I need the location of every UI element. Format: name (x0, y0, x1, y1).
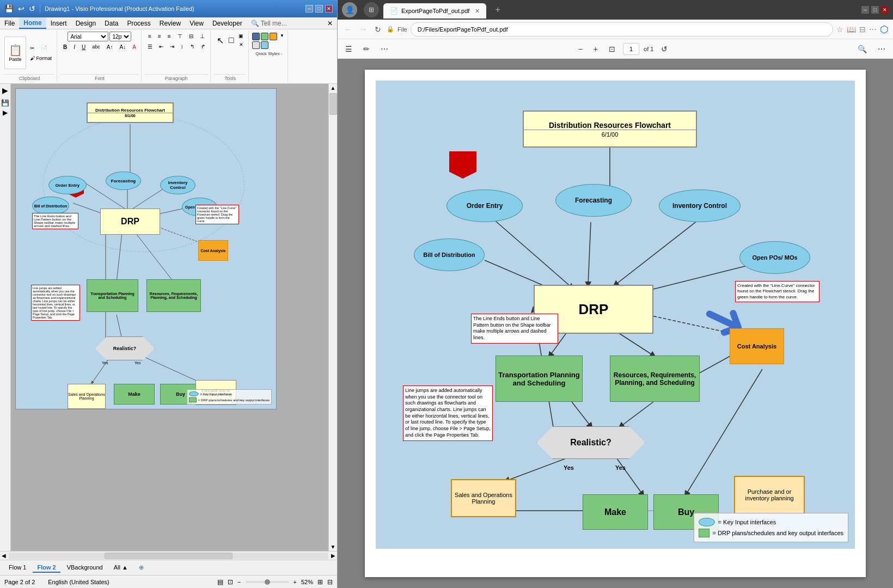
scroll-up-btn[interactable]: ▲ (329, 84, 337, 92)
line-color-button[interactable]: ✕ (236, 40, 246, 49)
refresh-button[interactable]: ↻ (372, 24, 383, 35)
menu-data[interactable]: Data (100, 17, 123, 29)
text-increase-button[interactable]: A↑ (104, 42, 116, 52)
browser-close-btn[interactable]: ✕ (881, 6, 889, 14)
line-spacing-button[interactable]: ↕ (178, 42, 186, 51)
new-tab-button[interactable]: + (491, 5, 504, 15)
zoom-out-btn[interactable]: − (237, 579, 241, 585)
font-color-button[interactable]: A (130, 42, 139, 52)
menu-tell-me[interactable]: 🔍 Tell me... (247, 17, 291, 29)
paste-button[interactable]: 📋 Paste (4, 36, 26, 69)
zoom-slider[interactable] (265, 579, 270, 585)
browser-minimize-btn[interactable]: ─ (861, 6, 869, 14)
menu-review[interactable]: Review (155, 17, 185, 29)
align-center-button[interactable]: ≡ (155, 32, 164, 41)
star-icon[interactable]: ☆ (836, 25, 843, 34)
address-input[interactable] (411, 22, 833, 36)
tab-flow2[interactable]: Flow 2 (33, 563, 60, 573)
visio-minimize-btn[interactable]: ─ (305, 5, 313, 13)
align-right-button[interactable]: ≡ (165, 32, 174, 41)
font-selector[interactable]: Arial (68, 32, 108, 41)
menu-close[interactable]: ✕ (323, 17, 337, 29)
pdf-fit-btn[interactable]: ⊡ (605, 44, 619, 54)
pdf-rotate-btn[interactable]: ↺ (658, 44, 671, 54)
pdf-sidebar-toggle[interactable]: ☰ (342, 44, 356, 54)
align-top-button[interactable]: ⊤ (175, 32, 185, 41)
visio-restore-btn[interactable]: □ (315, 5, 323, 13)
sidebar-arrow-icon[interactable]: ▶ (3, 109, 8, 117)
visio-drawing[interactable]: Distribution Resources Flowchart 6/1/00 … (15, 88, 277, 409)
scroll-down-btn[interactable]: ▼ (329, 543, 337, 551)
menu-file[interactable]: File (0, 17, 19, 29)
align-left-button[interactable]: ≡ (145, 32, 154, 41)
pdf-draw-toggle[interactable]: ✏ (360, 44, 373, 54)
shape-fill-button[interactable]: ▣ (236, 32, 246, 40)
pdf-tab-close[interactable]: ✕ (475, 8, 480, 15)
text-decrease-button[interactable]: A↓ (117, 42, 129, 52)
fit-page-icon[interactable]: ⊡ (228, 578, 233, 586)
zoom-in-btn[interactable]: + (293, 579, 297, 585)
menu-developer[interactable]: Developer (208, 17, 247, 29)
profile-avatar[interactable]: 👤 (342, 2, 357, 17)
indent-more-button[interactable]: ⇥ (167, 42, 177, 51)
sidebar-expand[interactable]: ▶ (2, 86, 8, 95)
rtl-button[interactable]: ↰ (187, 42, 197, 51)
browser-restore-btn[interactable]: □ (871, 6, 879, 14)
menu-design[interactable]: Design (71, 17, 100, 29)
visio-undo-icon[interactable]: ↩ (18, 4, 25, 13)
sidebar-save-icon[interactable]: 💾 (1, 99, 9, 107)
forward-button[interactable]: → (357, 24, 369, 35)
ltr-button[interactable]: ↱ (198, 42, 208, 51)
scroll-left-btn[interactable]: ◀ (0, 553, 8, 559)
edge-icon[interactable]: ⬡ (880, 23, 889, 35)
format-painter-button[interactable]: 🖌 Format (27, 54, 54, 63)
pdf-zoom-in[interactable]: + (590, 44, 601, 54)
italic-button[interactable]: I (71, 42, 78, 52)
strikethrough-button[interactable]: abc (89, 42, 103, 52)
pdf-search-btn[interactable]: 🔍 (854, 44, 870, 54)
visio-scroll-h[interactable]: ◀ ▶ (0, 551, 337, 560)
align-bottom-button[interactable]: ⊥ (197, 32, 207, 41)
tab-flow1[interactable]: Flow 1 (4, 563, 30, 573)
back-button[interactable]: ← (342, 24, 354, 35)
fit-height-icon[interactable]: ⊟ (327, 578, 333, 586)
visio-save-icon[interactable]: 💾 (4, 4, 14, 13)
scroll-right-btn[interactable]: ▶ (329, 553, 337, 559)
indent-less-button[interactable]: ⇤ (156, 42, 166, 51)
underline-button[interactable]: U (79, 42, 88, 52)
visio-redo-icon[interactable]: ↺ (29, 4, 35, 13)
visio-close-btn[interactable]: ✕ (325, 5, 333, 13)
pointer-tool[interactable]: ↖ (214, 34, 227, 47)
scroll-thumb-h[interactable] (105, 553, 233, 559)
bullets-button[interactable]: ☰ (145, 42, 155, 51)
visio-scroll-v[interactable]: ▲ ▼ (328, 84, 337, 551)
tab-vbackground[interactable]: VBackground (63, 563, 107, 573)
scroll-thumb-v[interactable] (329, 93, 337, 115)
collections-icon[interactable]: ⊞ (364, 2, 379, 17)
menu-home[interactable]: Home (19, 17, 46, 29)
menu-view[interactable]: View (185, 17, 208, 29)
fit-width-icon[interactable]: ⊞ (317, 578, 323, 586)
copy-button[interactable]: 📄 (38, 44, 50, 53)
menu-insert[interactable]: Insert (46, 17, 71, 29)
visio-drawing-canvas[interactable]: Distribution Resources Flowchart 6/1/00 … (11, 84, 328, 551)
styles-expand[interactable]: ▼ (278, 33, 286, 40)
reader-view-icon[interactable]: 📖 (847, 25, 856, 34)
browser-tab-pdf[interactable]: 📄 ExportPageToPdf_out.pdf ✕ (383, 3, 486, 19)
bold-button[interactable]: B (60, 42, 70, 52)
tab-add[interactable]: ⊕ (134, 563, 148, 573)
pdf-more-btn[interactable]: ⋯ (377, 44, 392, 54)
pdf-content-area[interactable]: ➜ Distribution Resources Flowchart 6/1/0… (338, 59, 893, 588)
split-screen-icon[interactable]: ⊟ (859, 25, 866, 34)
more-options-icon[interactable]: ⋯ (869, 25, 877, 34)
pdf-page-input[interactable] (623, 43, 639, 55)
normal-view-icon[interactable]: ▤ (217, 578, 223, 586)
cut-button[interactable]: ✂ (27, 44, 37, 53)
pdf-panel: 👤 ⊞ 📄 ExportPageToPdf_out.pdf ✕ + ─ □ ✕ … (338, 0, 893, 588)
align-middle-button[interactable]: ⊟ (186, 32, 196, 41)
tab-all[interactable]: All ▲ (109, 563, 132, 573)
menu-process[interactable]: Process (123, 17, 155, 29)
pdf-toolbar-more[interactable]: ⋯ (874, 44, 889, 54)
font-size-selector[interactable]: 12pt. (109, 32, 131, 41)
pdf-zoom-out[interactable]: − (575, 44, 586, 54)
